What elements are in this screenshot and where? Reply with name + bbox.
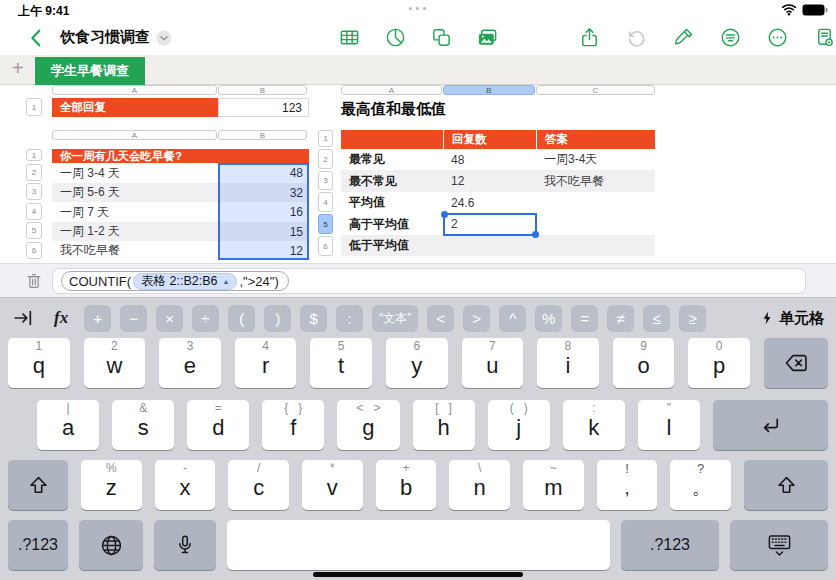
- op-equal[interactable]: =: [571, 305, 598, 332]
- key-p[interactable]: 0p: [688, 338, 750, 388]
- tab-next-cell-icon[interactable]: [12, 307, 34, 329]
- table-row[interactable]: 低于平均值: [341, 235, 655, 256]
- formula-range-selection[interactable]: [218, 163, 309, 260]
- function-button[interactable]: fx: [54, 308, 68, 328]
- shift-key-right[interactable]: [744, 460, 828, 510]
- op-less[interactable]: <: [427, 305, 454, 332]
- numbers-key-left[interactable]: .?123: [8, 520, 68, 570]
- shift-key-left[interactable]: [8, 460, 68, 510]
- t3-header-c[interactable]: 答案: [536, 130, 655, 149]
- t2-rowheader-1[interactable]: 1: [26, 149, 42, 161]
- selected-cell-B5[interactable]: [443, 213, 537, 236]
- t2-colheader-B[interactable]: B: [218, 130, 307, 140]
- t3-colheader-C[interactable]: C: [536, 85, 655, 95]
- key-g[interactable]: < >g: [337, 400, 399, 450]
- key-j[interactable]: ( )j: [488, 400, 550, 450]
- t3-rowheader-2[interactable]: 2: [318, 149, 333, 169]
- table-row[interactable]: 平均值 24.6: [341, 192, 655, 213]
- key-n[interactable]: \n: [449, 460, 510, 510]
- selection-handle-bottom-right[interactable]: [532, 231, 539, 238]
- key-e[interactable]: 3e: [159, 338, 221, 388]
- t2-rowheader-6[interactable]: 6: [26, 242, 42, 259]
- key-f[interactable]: { }f: [262, 400, 324, 450]
- formula-range-token[interactable]: 表格 2::B2:B6 ▲: [133, 273, 237, 290]
- op-dollar[interactable]: $: [300, 305, 327, 332]
- globe-key[interactable]: [79, 520, 143, 570]
- backspace-key[interactable]: [764, 338, 828, 388]
- key-c[interactable]: /c: [228, 460, 289, 510]
- key-r[interactable]: 4r: [235, 338, 297, 388]
- op-less-equal[interactable]: ≤: [643, 305, 670, 332]
- selection-handle-top-left[interactable]: [441, 211, 448, 218]
- dismiss-keyboard-key[interactable]: [730, 520, 828, 570]
- t3-colheader-A[interactable]: A: [341, 85, 442, 95]
- format-brush-icon[interactable]: [672, 26, 695, 49]
- key-o[interactable]: 9o: [613, 338, 675, 388]
- t3-table-title[interactable]: 最高值和最低值: [341, 100, 446, 119]
- more-icon[interactable]: [766, 26, 789, 49]
- key-comma[interactable]: !,: [597, 460, 658, 510]
- op-caret[interactable]: ^: [499, 305, 526, 332]
- t1-colheader-A[interactable]: A: [52, 85, 217, 95]
- op-plus[interactable]: +: [84, 305, 111, 332]
- t1-colheader-B[interactable]: B: [218, 85, 307, 95]
- key-i[interactable]: 8i: [537, 338, 599, 388]
- numbers-key-right[interactable]: .?123: [621, 520, 719, 570]
- document-view-icon[interactable]: [813, 26, 836, 49]
- t3-header-blank[interactable]: [341, 130, 443, 149]
- delete-formula-icon[interactable]: [24, 271, 44, 291]
- dictation-key[interactable]: [154, 520, 216, 570]
- document-title[interactable]: 饮食习惯调查: [60, 28, 150, 47]
- t2-rowheader-2[interactable]: 2: [26, 164, 42, 181]
- op-close-paren[interactable]: ): [264, 305, 291, 332]
- op-open-paren[interactable]: (: [228, 305, 255, 332]
- t3-rowheader-5-selected[interactable]: 5: [318, 214, 333, 234]
- t1-rowheader-1[interactable]: 1: [26, 98, 42, 116]
- undo-icon[interactable]: [625, 26, 648, 49]
- insert-media-icon[interactable]: [476, 26, 499, 49]
- t2-colheader-A[interactable]: A: [52, 130, 217, 140]
- op-greater[interactable]: >: [463, 305, 490, 332]
- back-button[interactable]: [26, 27, 48, 49]
- key-z[interactable]: %z: [81, 460, 142, 510]
- op-minus[interactable]: −: [120, 305, 147, 332]
- op-divide[interactable]: ÷: [192, 305, 219, 332]
- key-period[interactable]: ?。: [670, 460, 731, 510]
- t3-header-b[interactable]: 回复数: [443, 130, 536, 149]
- t2-header-row[interactable]: 你一周有几天会吃早餐?: [52, 149, 309, 163]
- key-u[interactable]: 7u: [462, 338, 524, 388]
- key-y[interactable]: 6y: [386, 338, 448, 388]
- add-sheet-button[interactable]: +: [8, 57, 28, 80]
- op-percent[interactable]: %: [535, 305, 562, 332]
- key-q[interactable]: 1q: [8, 338, 70, 388]
- cell-action-button[interactable]: 单元格: [760, 309, 824, 328]
- key-h[interactable]: [ ]h: [413, 400, 475, 450]
- return-key[interactable]: [713, 400, 828, 450]
- t3-rowheader-1[interactable]: 1: [318, 130, 333, 147]
- t2-rowheader-3[interactable]: 3: [26, 183, 42, 200]
- key-x[interactable]: -x: [155, 460, 216, 510]
- key-b[interactable]: +b: [376, 460, 437, 510]
- key-a[interactable]: |a: [37, 400, 99, 450]
- t2-rowheader-4[interactable]: 4: [26, 203, 42, 220]
- key-d[interactable]: =d: [187, 400, 249, 450]
- table-row[interactable]: 最常见 48 一周3-4天: [341, 149, 655, 170]
- insert-chart-icon[interactable]: [384, 26, 407, 49]
- t1-cell-label[interactable]: 全部回复: [52, 98, 218, 117]
- t3-rowheader-3[interactable]: 3: [318, 171, 333, 190]
- key-w[interactable]: 2w: [84, 338, 146, 388]
- key-t[interactable]: 5t: [310, 338, 372, 388]
- t3-rowheader-4[interactable]: 4: [318, 192, 333, 212]
- t2-rowheader-5[interactable]: 5: [26, 222, 42, 239]
- key-m[interactable]: ~m: [523, 460, 584, 510]
- insert-shape-icon[interactable]: [430, 26, 453, 49]
- key-s[interactable]: &s: [112, 400, 174, 450]
- title-dropdown-icon[interactable]: [156, 30, 172, 46]
- space-key[interactable]: [227, 520, 610, 570]
- key-k[interactable]: :k: [563, 400, 625, 450]
- key-v[interactable]: *v: [302, 460, 363, 510]
- formula-input[interactable]: COUNTIF( 表格 2::B2:B6 ▲ ,">24" ): [52, 268, 806, 294]
- view-options-icon[interactable]: [719, 26, 742, 49]
- op-colon[interactable]: :: [336, 305, 363, 332]
- op-not-equal[interactable]: ≠: [607, 305, 634, 332]
